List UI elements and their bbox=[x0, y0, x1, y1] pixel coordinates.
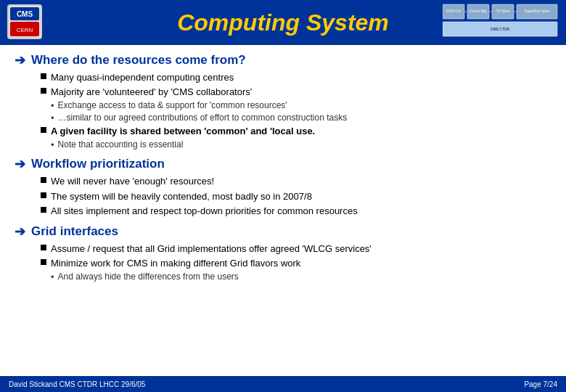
footer: David Stickand CMS CTDR LHCC 29/6/05 Pag… bbox=[0, 376, 566, 392]
svg-text:CMS: CMS bbox=[17, 10, 33, 18]
sub-bullet-list: • Exchange access to data & support for … bbox=[51, 100, 551, 123]
footer-author: David Stickand CMS CTDR LHCC 29/6/05 bbox=[9, 380, 145, 388]
list-item: A given facility is shared between 'comm… bbox=[41, 125, 551, 138]
sub-text: …similar to our agreed contributions of … bbox=[58, 113, 348, 124]
arrow-icon-1: ➔ bbox=[15, 52, 25, 68]
bullet-text: Minimize work for CMS in making differen… bbox=[51, 257, 300, 270]
bullet-icon bbox=[41, 177, 46, 183]
list-item: • …similar to our agreed contributions o… bbox=[51, 113, 551, 124]
architecture-diagram: CMS Ctrl Online Mgr T0 Store Tape/Disk S… bbox=[443, 3, 559, 42]
bullet-text: The system will be heavily contended, mo… bbox=[51, 190, 312, 203]
sub-bullet-list: • Note that accounting is essential bbox=[51, 139, 551, 151]
list-item: All sites implement and respect top-down… bbox=[41, 205, 551, 218]
list-item: We will never have 'enough' resources! bbox=[41, 175, 551, 188]
section-resources-header: ➔ Where do the resources come from? bbox=[15, 52, 551, 68]
sub-text: Note that accounting is essential bbox=[58, 139, 184, 151]
sub-dot-icon: • bbox=[51, 271, 54, 282]
svg-text:CMS CTDR: CMS CTDR bbox=[491, 27, 510, 31]
bullet-icon bbox=[41, 207, 46, 213]
arrow-icon-2: ➔ bbox=[15, 156, 25, 172]
section-resources-title: Where do the resources come from? bbox=[31, 53, 246, 68]
section-grid-title: Grid interfaces bbox=[31, 224, 118, 239]
sub-bullet-list: • And always hide the differences from t… bbox=[51, 271, 551, 283]
header: CMS CERN Computing System CMS Ctrl Onlin… bbox=[0, 0, 566, 45]
section-workflow-bullets: We will never have 'enough' resources! T… bbox=[41, 175, 551, 218]
bullet-icon bbox=[41, 88, 46, 94]
sub-text: Exchange access to data & support for 'c… bbox=[58, 100, 287, 112]
section-workflow-title: Workflow prioritization bbox=[31, 157, 165, 171]
section-grid: ➔ Grid interfaces Assume / request that … bbox=[15, 224, 551, 283]
bullet-icon bbox=[41, 245, 46, 250]
bullet-text: We will never have 'enough' resources! bbox=[51, 175, 214, 188]
bullet-text: All sites implement and respect top-down… bbox=[51, 205, 358, 218]
section-resources: ➔ Where do the resources come from? Many… bbox=[15, 52, 551, 150]
svg-text:CERN: CERN bbox=[17, 27, 33, 33]
main-content: ➔ Where do the resources come from? Many… bbox=[0, 45, 566, 380]
list-item: Many quasi-independent computing centres bbox=[41, 71, 551, 84]
sub-dot-icon: • bbox=[51, 139, 54, 150]
sub-dot-icon: • bbox=[51, 100, 54, 111]
section-resources-bullets: Many quasi-independent computing centres… bbox=[41, 71, 551, 150]
footer-page: Page 7/24 bbox=[524, 380, 557, 388]
arrow-icon-3: ➔ bbox=[15, 224, 25, 240]
bullet-icon bbox=[41, 192, 46, 198]
list-item: Minimize work for CMS in making differen… bbox=[41, 257, 551, 270]
bullet-icon bbox=[41, 259, 46, 265]
list-item: Assume / request that all Grid implement… bbox=[41, 242, 551, 256]
list-item: Majority are 'volunteered' by 'CMS colla… bbox=[41, 86, 551, 99]
section-workflow: ➔ Workflow prioritization We will never … bbox=[15, 156, 551, 218]
section-workflow-header: ➔ Workflow prioritization bbox=[15, 156, 551, 172]
bullet-icon bbox=[41, 127, 46, 133]
sub-dot-icon: • bbox=[51, 113, 54, 123]
list-item: • And always hide the differences from t… bbox=[51, 271, 551, 283]
list-item: • Exchange access to data & support for … bbox=[51, 100, 551, 112]
svg-text:Tape/Disk Store: Tape/Disk Store bbox=[524, 9, 550, 13]
section-grid-header: ➔ Grid interfaces bbox=[15, 224, 551, 240]
svg-text:T0 Store: T0 Store bbox=[496, 9, 509, 13]
bullet-text: Assume / request that all Grid implement… bbox=[51, 242, 372, 256]
bullet-text: A given facility is shared between 'comm… bbox=[51, 125, 315, 138]
page-title: Computing System bbox=[177, 9, 389, 36]
svg-text:CMS Ctrl: CMS Ctrl bbox=[446, 9, 461, 13]
cms-logo: CMS CERN bbox=[7, 4, 42, 39]
list-item: • Note that accounting is essential bbox=[51, 139, 551, 151]
bullet-icon bbox=[41, 73, 46, 79]
sub-text: And always hide the differences from the… bbox=[58, 271, 239, 283]
list-item: The system will be heavily contended, mo… bbox=[41, 190, 551, 203]
bullet-text: Many quasi-independent computing centres bbox=[51, 71, 234, 84]
svg-text:Online Mgr: Online Mgr bbox=[469, 9, 488, 13]
section-grid-bullets: Assume / request that all Grid implement… bbox=[41, 242, 551, 283]
bullet-text: Majority are 'volunteered' by 'CMS colla… bbox=[51, 86, 252, 99]
